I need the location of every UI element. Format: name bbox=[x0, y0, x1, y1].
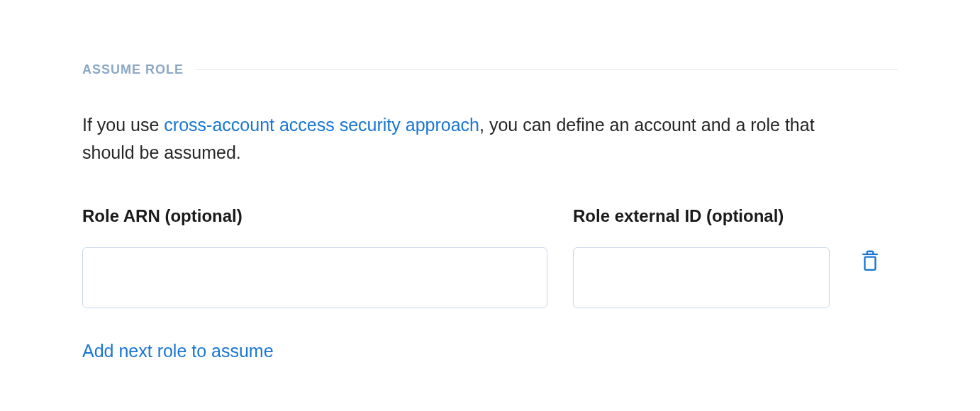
svg-rect-1 bbox=[865, 257, 876, 269]
section-divider bbox=[195, 69, 898, 70]
role-row: Role ARN (optional) Role external ID (op… bbox=[82, 206, 898, 308]
role-arn-group: Role ARN (optional) bbox=[82, 206, 547, 308]
role-external-id-group: Role external ID (optional) bbox=[573, 206, 830, 308]
cross-account-link[interactable]: cross-account access security approach bbox=[164, 115, 479, 135]
trash-icon bbox=[861, 250, 879, 274]
role-arn-label: Role ARN (optional) bbox=[82, 206, 547, 226]
section-description: If you use cross-account access security… bbox=[82, 111, 848, 167]
role-external-id-input[interactable] bbox=[573, 247, 830, 308]
role-arn-input[interactable] bbox=[82, 247, 547, 308]
role-external-id-label: Role external ID (optional) bbox=[573, 206, 830, 226]
delete-role-button[interactable] bbox=[855, 244, 885, 279]
section-heading: ASSUME ROLE bbox=[82, 62, 184, 77]
description-text-pre: If you use bbox=[82, 115, 164, 135]
add-next-role-link[interactable]: Add next role to assume bbox=[82, 341, 274, 361]
